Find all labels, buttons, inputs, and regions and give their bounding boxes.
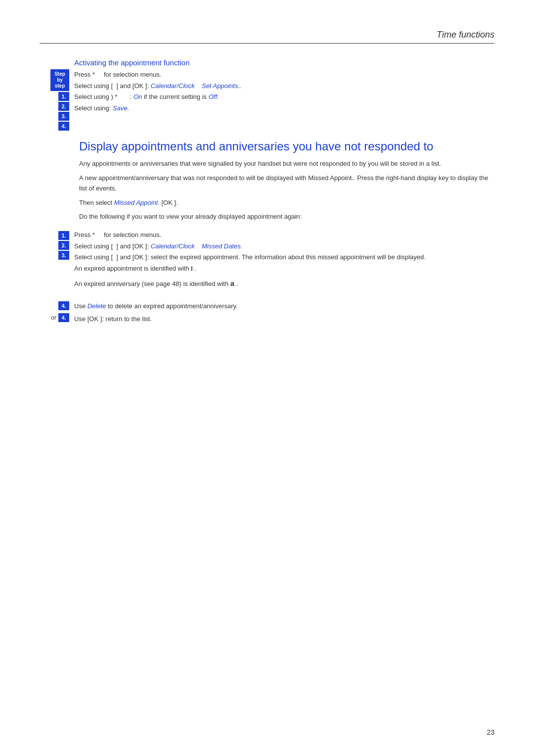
section2-body3: Then select Missed Appoint. [OK ]. (79, 198, 494, 208)
step2-italic: Calendar/Clock Set Appoints.. (151, 82, 242, 90)
section2-body6: An expired anniversary (see page 48) is … (74, 278, 494, 289)
step-num-1: 1. (58, 92, 69, 101)
section1-step2-text: Select using [ ] and [OK ]: Calendar/Clo… (74, 81, 494, 91)
section1-step4-text: Select using: Save. (74, 103, 494, 113)
page-header: Time functions (40, 30, 494, 44)
section2-body4: Do the following if you want to view you… (79, 212, 494, 222)
page-title: Time functions (437, 30, 494, 40)
section1-step1-text: Press * for selection menus. (74, 70, 494, 80)
section2-step2: Select using [ ] and [OK ]: Calendar/Clo… (74, 241, 494, 251)
step-num-2: 2. (58, 102, 69, 111)
section2-step4-badge-col: 4. or 4. (40, 301, 69, 325)
step-num-3: 3. (58, 112, 69, 121)
section2-step-num-1: 1. (58, 231, 69, 240)
step-by-step-badge: Step by step (50, 69, 69, 91)
section2-step4-or-text: Use [OK ]: return to the list. (74, 314, 494, 324)
section2-step-num-3: 3. (58, 251, 69, 260)
section2-step-num-2: 2. (58, 241, 69, 250)
section2-steps-block: 1. 2. 3. Press * for selection menus. Se… (40, 230, 494, 293)
step3-on: On (134, 93, 142, 100)
section2-body5: An expired appointment is identified wit… (74, 264, 494, 274)
section2-badge-col: 1. 2. 3. (40, 230, 69, 293)
step3-off: Off. (209, 93, 219, 100)
section2-steps-content: Press * for selection menus. Select usin… (74, 230, 494, 293)
section2-step3-text: Select using [ ] and [OK ]: select the e… (74, 252, 494, 262)
section1-step3-text: Select using ) * : On if the current set… (74, 92, 494, 102)
section1-step3: Select using ) * : On if the current set… (74, 92, 494, 102)
section2-step4-text: Use Delete to delete an expired appointm… (74, 301, 494, 311)
section2-step4: Use Delete to delete an expired appointm… (74, 301, 494, 311)
section2-step2-text: Select using [ ] and [OK ]: Calendar/Clo… (74, 241, 494, 251)
section2-left-spacer (40, 139, 74, 226)
section2-step-num-4b: 4. (58, 313, 69, 322)
section2-step1-text: Press * for selection menus. (74, 230, 494, 240)
step-num-4: 4. (58, 122, 69, 131)
step4-save: Save. (113, 104, 129, 112)
section2-block: Display appointments and anniversaries y… (40, 139, 494, 226)
or-row: or 4. (51, 313, 69, 322)
section2-step4-or: Use [OK ]: return to the list. (74, 314, 494, 324)
appointment-icon: I (191, 264, 192, 274)
section2-step3: Select using [ ] and [OK ]: select the e… (74, 252, 494, 262)
anniversary-icon: a (230, 278, 234, 289)
delete-link: Delete (88, 302, 106, 310)
section1-block: Step by step 1. 2. 3. 4. Activating the … (40, 58, 494, 131)
missed-appoint-link: Missed Appoint. (114, 199, 160, 206)
page-number: 23 (487, 728, 494, 736)
or-label: or (51, 314, 56, 321)
section2-content: Display appointments and anniversaries y… (79, 139, 494, 226)
section2-step4-content: Use Delete to delete an expired appointm… (74, 301, 494, 325)
section2-step-num-4a: 4. (58, 301, 69, 310)
section1-step4: Select using: Save. (74, 103, 494, 113)
section1-heading: Activating the appointment function (74, 58, 494, 67)
section2-body1: Any appointments or anniversaries that w… (79, 159, 494, 169)
step-badge-col: Step by step 1. 2. 3. 4. (40, 58, 69, 131)
section2-step1: Press * for selection menus. (74, 230, 494, 240)
section2-heading: Display appointments and anniversaries y… (79, 139, 494, 154)
section2-step4-block: 4. or 4. Use Delete to delete an expired… (40, 301, 494, 325)
section1-step1: Press * for selection menus. (74, 70, 494, 80)
sec2-step2-italic: Calendar/Clock Missed Dates. (151, 242, 243, 250)
section1-step2: Select using [ ] and [OK ]: Calendar/Clo… (74, 81, 494, 91)
section2-body2: A new appointment/anniversary that was n… (79, 173, 494, 194)
section1-content: Activating the appointment function Pres… (74, 58, 494, 131)
page-container: Time functions Step by step 1. 2. 3. 4. … (0, 0, 534, 756)
